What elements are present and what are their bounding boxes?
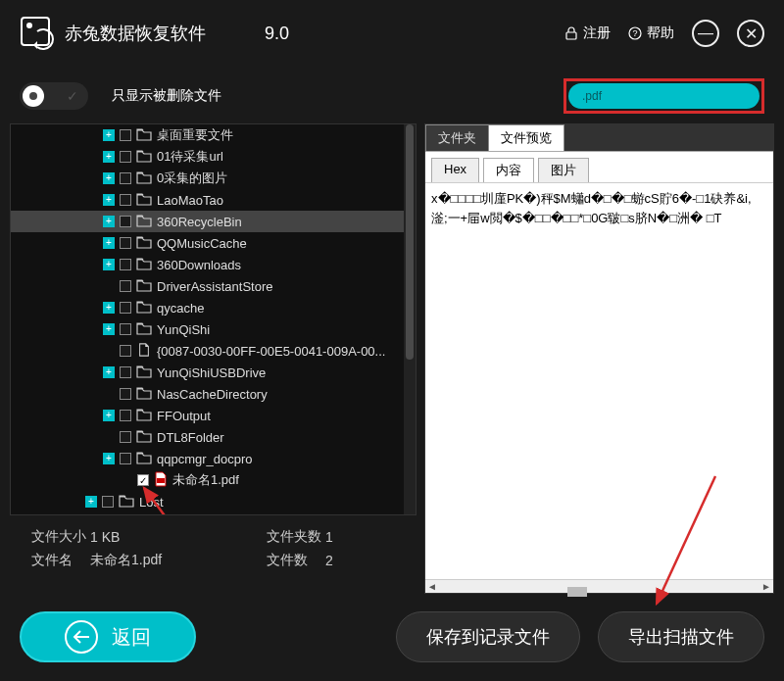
tree-item[interactable]: +qycache [11, 297, 404, 318]
tab-image[interactable]: 图片 [538, 158, 589, 182]
tree-item[interactable]: +QQMusicCache [11, 232, 404, 254]
svg-rect-0 [22, 18, 49, 45]
hscroll-thumb[interactable] [567, 587, 587, 597]
save-log-button[interactable]: 保存到记录文件 [396, 611, 580, 662]
tree-scrollbar-thumb[interactable] [406, 124, 414, 360]
register-link[interactable]: 注册 [564, 24, 611, 42]
tree-checkbox[interactable] [120, 323, 131, 335]
tree-scrollbar[interactable] [404, 124, 416, 514]
name-label: 文件名 [31, 552, 90, 569]
tree-item[interactable]: +01待采集url [11, 146, 404, 168]
tree-expander-icon[interactable]: + [103, 129, 115, 141]
tree-item-label: DriverAssistantStore [157, 279, 272, 294]
tree-checkbox[interactable] [120, 302, 131, 314]
tree-checkbox[interactable] [120, 366, 131, 378]
tree-checkbox[interactable] [120, 237, 131, 249]
search-input[interactable]: .pdf [568, 83, 760, 109]
folder-icon [136, 170, 152, 187]
tree-expander-icon [103, 431, 115, 443]
tree-expander-icon[interactable]: + [103, 410, 115, 421]
tree-item[interactable]: +YunQiShi [11, 318, 404, 340]
files-value: 2 [325, 553, 333, 568]
tree-item[interactable]: +360Downloads [11, 254, 404, 275]
tree-item[interactable]: NasCacheDirectory [11, 383, 404, 405]
tree-expander-icon[interactable]: + [103, 216, 115, 227]
folder-icon [136, 321, 152, 338]
preview-hscrollbar[interactable]: ◄ ► [425, 579, 773, 593]
tree-item[interactable]: +0采集的图片 [11, 168, 404, 189]
tree-checkbox[interactable] [120, 345, 131, 357]
file-tree[interactable]: +桌面重要文件+01待采集url+0采集的图片+LaoMaoTao+360Rec… [11, 124, 404, 514]
size-label: 文件大小 [31, 528, 90, 546]
tree-checkbox[interactable] [120, 151, 131, 163]
tree-expander-icon[interactable]: + [103, 302, 115, 314]
tree-checkbox[interactable] [120, 431, 131, 443]
tree-item-label: 未命名1.pdf [172, 471, 239, 489]
tree-checkbox[interactable] [120, 216, 131, 227]
folder-icon [136, 278, 152, 295]
tree-expander-icon[interactable]: + [85, 496, 97, 508]
tree-item-label: YunQiShi [157, 322, 210, 337]
tree-item[interactable]: +YunQiShiUSBDrive [11, 362, 404, 383]
tree-item-label: 360Downloads [157, 258, 241, 272]
tree-expander-icon[interactable]: + [103, 237, 115, 249]
tree-checkbox[interactable] [102, 496, 114, 508]
tree-checkbox[interactable] [120, 194, 131, 206]
tree-item[interactable]: DTL8Folder [11, 426, 404, 448]
folder-icon [136, 235, 152, 252]
tree-expander-icon[interactable]: + [103, 151, 115, 163]
pdf-icon [154, 471, 168, 490]
tree-checkbox[interactable] [120, 172, 131, 184]
tab-folder[interactable]: 文件夹 [425, 124, 489, 151]
preview-tabs-secondary: Hex 内容 图片 [425, 152, 773, 183]
folder-icon [136, 192, 152, 209]
tree-expander-icon[interactable]: + [103, 259, 115, 270]
help-label: 帮助 [647, 24, 674, 42]
tree-item-label: qqpcmgr_docpro [157, 452, 253, 466]
help-icon: ? [628, 26, 642, 40]
tree-expander-icon[interactable]: + [103, 194, 115, 206]
tree-item[interactable]: +FFOutput [11, 405, 404, 426]
tree-item[interactable]: ✓未命名1.pdf [11, 469, 404, 491]
tree-checkbox[interactable] [120, 280, 131, 292]
tree-expander-icon [103, 345, 115, 357]
tree-checkbox[interactable]: ✓ [137, 474, 149, 486]
tree-item[interactable]: +桌面重要文件 [11, 124, 404, 146]
tree-item[interactable]: {0087-0030-00FF-00E5-0041-009A-00... [11, 340, 404, 362]
folders-value: 1 [325, 529, 333, 545]
folder-icon [136, 429, 152, 446]
tree-expander-icon[interactable]: + [103, 366, 115, 378]
tab-preview[interactable]: 文件预览 [488, 124, 564, 151]
tree-item-label: NasCacheDirectory [157, 387, 268, 402]
tab-hex[interactable]: Hex [431, 158, 479, 182]
tree-checkbox[interactable] [120, 410, 131, 421]
tree-expander-icon[interactable]: + [103, 323, 115, 335]
close-button[interactable]: ✕ [737, 20, 764, 47]
tree-checkbox[interactable] [120, 129, 131, 141]
tree-item[interactable]: DriverAssistantStore [11, 275, 404, 297]
tree-item[interactable]: +Lost [11, 491, 404, 512]
minimize-button[interactable]: — [692, 20, 719, 47]
tree-checkbox[interactable] [120, 259, 131, 270]
tree-item[interactable]: +qqpcmgr_docpro [11, 448, 404, 469]
tree-item-label: 01待采集url [157, 148, 223, 166]
tree-expander-icon[interactable]: + [103, 453, 115, 464]
deleted-only-toggle[interactable]: ✓ [20, 82, 88, 110]
help-link[interactable]: ? 帮助 [628, 24, 674, 42]
tree-item[interactable]: +LaoMaoTao [11, 189, 404, 211]
hscroll-left[interactable]: ◄ [425, 580, 439, 594]
hscroll-right[interactable]: ► [760, 580, 773, 594]
tree-item-label: QQMusicCache [157, 236, 247, 251]
preview-content[interactable]: x�□□□□圳廑PK�)秤$M蠨d�□�□蝣cS貯6�-□1砄养&i,滏;一+屇… [425, 183, 773, 579]
back-arrow-icon [65, 620, 98, 654]
tree-checkbox[interactable] [120, 388, 131, 400]
tree-checkbox[interactable] [120, 453, 131, 464]
tree-item[interactable]: +360RecycleBin [11, 211, 404, 232]
tab-content[interactable]: 内容 [483, 158, 534, 182]
back-button[interactable]: 返回 [20, 611, 196, 662]
file-icon [136, 343, 152, 360]
deleted-only-label: 只显示被删除文件 [112, 87, 221, 105]
folder-icon [119, 494, 134, 511]
export-button[interactable]: 导出扫描文件 [598, 611, 764, 662]
tree-expander-icon[interactable]: + [103, 172, 115, 184]
